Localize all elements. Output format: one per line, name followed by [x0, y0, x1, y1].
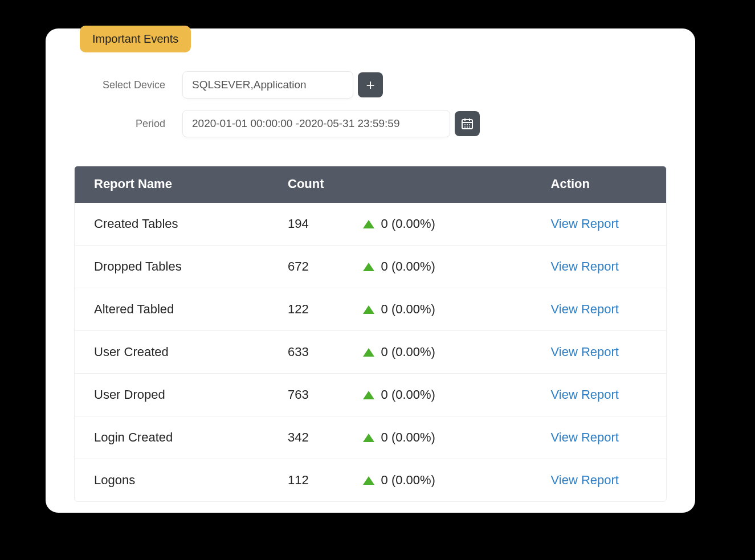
- triangle-up-icon: [363, 476, 374, 485]
- triangle-up-icon: [363, 348, 374, 357]
- cell-count: 122: [268, 288, 344, 331]
- cell-delta: 0 (0.00%): [344, 374, 532, 416]
- table-row: Login Created3420 (0.00%)View Report: [75, 416, 666, 459]
- cell-report-name: Altered Tabled: [75, 288, 268, 331]
- cell-count: 633: [268, 331, 344, 374]
- table-row: Logons1120 (0.00%)View Report: [75, 459, 666, 502]
- period-label: Period: [74, 118, 182, 130]
- delta-text: 0 (0.00%): [381, 430, 435, 445]
- cell-action: View Report: [532, 416, 666, 459]
- report-card: Important Events Select Device SQLSEVER,…: [46, 28, 695, 513]
- delta-text: 0 (0.00%): [381, 216, 435, 231]
- svg-point-5: [467, 124, 468, 125]
- cell-action: View Report: [532, 288, 666, 331]
- add-device-button[interactable]: +: [358, 72, 383, 97]
- triangle-up-icon: [363, 263, 374, 271]
- report-table: Report Name Count Action Created Tables1…: [75, 166, 666, 501]
- cell-report-name: Logons: [75, 459, 268, 502]
- cell-delta: 0 (0.00%): [344, 288, 532, 331]
- device-label: Select Device: [74, 79, 182, 91]
- tab-label: Important Events: [92, 32, 178, 45]
- triangle-up-icon: [363, 434, 374, 442]
- cell-action: View Report: [532, 374, 666, 416]
- triangle-up-icon: [363, 391, 374, 399]
- view-report-link[interactable]: View Report: [551, 387, 619, 402]
- cell-count: 194: [268, 203, 344, 246]
- cell-count: 342: [268, 416, 344, 459]
- calendar-button[interactable]: [455, 111, 480, 136]
- svg-point-8: [467, 126, 468, 128]
- view-report-link[interactable]: View Report: [551, 259, 619, 273]
- period-value: 2020-01-01 00:00:00 -2020-05-31 23:59:59: [192, 117, 399, 129]
- cell-delta: 0 (0.00%): [344, 459, 532, 502]
- cell-report-name: User Droped: [75, 374, 268, 416]
- report-table-wrap: Report Name Count Action Created Tables1…: [74, 166, 667, 502]
- view-report-link[interactable]: View Report: [551, 345, 619, 359]
- cell-report-name: Dropped Tables: [75, 246, 268, 288]
- plus-icon: +: [366, 77, 374, 92]
- period-input[interactable]: 2020-01-01 00:00:00 -2020-05-31 23:59:59: [182, 110, 450, 137]
- table-row: Altered Tabled1220 (0.00%)View Report: [75, 288, 666, 331]
- view-report-link[interactable]: View Report: [551, 430, 619, 444]
- svg-point-4: [464, 124, 466, 125]
- cell-delta: 0 (0.00%): [344, 203, 532, 246]
- cell-count: 763: [268, 374, 344, 416]
- device-input[interactable]: SQLSEVER,Application: [182, 71, 353, 99]
- header-delta: [344, 166, 532, 203]
- header-action: Action: [532, 166, 666, 203]
- cell-count: 112: [268, 459, 344, 502]
- cell-action: View Report: [532, 203, 666, 246]
- view-report-link[interactable]: View Report: [551, 473, 619, 487]
- svg-point-7: [464, 126, 466, 128]
- svg-point-6: [469, 124, 470, 125]
- tab-important-events[interactable]: Important Events: [80, 26, 191, 52]
- period-row: Period 2020-01-01 00:00:00 -2020-05-31 2…: [74, 110, 667, 137]
- device-value: SQLSEVER,Application: [192, 79, 307, 91]
- svg-point-9: [469, 126, 470, 128]
- table-header-row: Report Name Count Action: [75, 166, 666, 203]
- cell-delta: 0 (0.00%): [344, 416, 532, 459]
- delta-text: 0 (0.00%): [381, 387, 435, 402]
- cell-report-name: User Created: [75, 331, 268, 374]
- view-report-link[interactable]: View Report: [551, 302, 619, 316]
- header-report-name: Report Name: [75, 166, 268, 203]
- header-count: Count: [268, 166, 344, 203]
- view-report-link[interactable]: View Report: [551, 216, 619, 231]
- cell-action: View Report: [532, 246, 666, 288]
- calendar-icon: [460, 117, 474, 130]
- delta-text: 0 (0.00%): [381, 302, 435, 317]
- table-row: User Created6330 (0.00%)View Report: [75, 331, 666, 374]
- cell-delta: 0 (0.00%): [344, 246, 532, 288]
- cell-report-name: Login Created: [75, 416, 268, 459]
- delta-text: 0 (0.00%): [381, 345, 435, 359]
- delta-text: 0 (0.00%): [381, 473, 435, 488]
- cell-count: 672: [268, 246, 344, 288]
- cell-action: View Report: [532, 459, 666, 502]
- cell-delta: 0 (0.00%): [344, 331, 532, 374]
- triangle-up-icon: [363, 220, 374, 228]
- cell-report-name: Created Tables: [75, 203, 268, 246]
- triangle-up-icon: [363, 305, 374, 314]
- table-row: Dropped Tables6720 (0.00%)View Report: [75, 246, 666, 288]
- table-row: Created Tables1940 (0.00%)View Report: [75, 203, 666, 246]
- table-row: User Droped7630 (0.00%)View Report: [75, 374, 666, 416]
- cell-action: View Report: [532, 331, 666, 374]
- device-row: Select Device SQLSEVER,Application +: [74, 71, 667, 99]
- delta-text: 0 (0.00%): [381, 259, 435, 274]
